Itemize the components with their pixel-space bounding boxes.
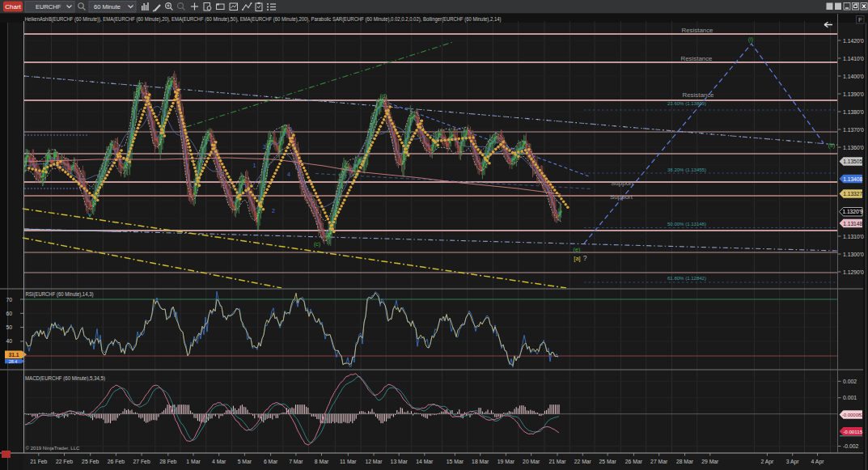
svg-text:60: 60 xyxy=(6,311,12,316)
svg-text:12 Mar: 12 Mar xyxy=(365,459,383,464)
svg-text:38.20% (1.13455): 38.20% (1.13455) xyxy=(667,167,706,172)
svg-text:29 Mar: 29 Mar xyxy=(701,459,719,464)
svg-text:Resistance: Resistance xyxy=(682,27,713,34)
svg-text:4: 4 xyxy=(287,171,290,177)
svg-text:1 Mar: 1 Mar xyxy=(186,459,201,464)
svg-text:1.1310'0: 1.1310'0 xyxy=(843,234,864,239)
svg-text:2: 2 xyxy=(272,208,275,214)
svg-text:1.1300'0: 1.1300'0 xyxy=(843,252,864,257)
svg-text:?: ? xyxy=(583,254,587,262)
svg-text:28.4: 28.4 xyxy=(9,359,18,364)
svg-text:Support: Support xyxy=(610,193,633,201)
svg-text:70: 70 xyxy=(6,297,12,303)
svg-text:27 Feb: 27 Feb xyxy=(133,459,150,464)
svg-text:© 2019 NinjaTrader, LLC: © 2019 NinjaTrader, LLC xyxy=(26,445,81,451)
svg-text:4 Apr: 4 Apr xyxy=(811,459,825,465)
svg-text:8 Mar: 8 Mar xyxy=(315,459,329,464)
svg-text:4 Mar: 4 Mar xyxy=(212,459,227,464)
svg-text:40: 40 xyxy=(6,338,12,344)
svg-text:(ii): (ii) xyxy=(828,142,836,149)
svg-text:60 Minute: 60 Minute xyxy=(94,3,121,11)
svg-text:1.13148: 1.13148 xyxy=(843,221,862,227)
svg-text:(i): (i) xyxy=(748,36,754,43)
svg-text:Resistance: Resistance xyxy=(681,55,713,62)
svg-text:1.13327: 1.13327 xyxy=(843,191,862,197)
svg-text:25 Mar: 25 Mar xyxy=(599,459,617,464)
svg-text:0.002: 0.002 xyxy=(843,379,857,384)
svg-text:26 Mar: 26 Mar xyxy=(625,459,643,464)
svg-text:HeikenAshi8(EURCHF (60 Minute): HeikenAshi8(EURCHF (60 Minute)), EMA(EUR… xyxy=(25,16,502,23)
svg-text:RSI(EURCHF (60 Minute),14,3): RSI(EURCHF (60 Minute),14,3) xyxy=(26,291,94,298)
svg-text:1.1370'0: 1.1370'0 xyxy=(843,127,864,133)
svg-text:1.13505: 1.13505 xyxy=(843,159,862,164)
svg-text:1.1390'0: 1.1390'0 xyxy=(843,91,864,97)
svg-text:28 Feb: 28 Feb xyxy=(159,459,176,464)
svg-text:15 Mar: 15 Mar xyxy=(447,459,464,464)
svg-text:(c): (c) xyxy=(314,240,321,248)
svg-text:6 Mar: 6 Mar xyxy=(264,459,278,464)
svg-text:1.1400'0: 1.1400'0 xyxy=(843,74,864,79)
svg-text:v: v xyxy=(88,211,91,218)
svg-text:18 Mar: 18 Mar xyxy=(472,459,489,464)
svg-text:50: 50 xyxy=(6,324,12,330)
svg-text:50.00% (1.13148): 50.00% (1.13148) xyxy=(667,221,706,227)
svg-text:Support: Support xyxy=(611,180,633,187)
svg-text:Resistance: Resistance xyxy=(683,91,714,99)
svg-text:20 Mar: 20 Mar xyxy=(523,459,540,464)
svg-text:2 Apr: 2 Apr xyxy=(760,459,774,465)
svg-text:23.60% (1.13809): 23.60% (1.13809) xyxy=(667,100,706,106)
svg-text:-0.00115: -0.00115 xyxy=(843,429,863,434)
svg-text:5 Mar: 5 Mar xyxy=(238,459,252,464)
svg-text:-0.002: -0.002 xyxy=(843,443,858,449)
svg-text:1.1420'0: 1.1420'0 xyxy=(843,38,864,44)
svg-text:28 Mar: 28 Mar xyxy=(676,459,694,464)
svg-text:1.1290'0: 1.1290'0 xyxy=(843,269,864,275)
svg-text:0.001: 0.001 xyxy=(843,395,857,400)
svg-text:26 Feb: 26 Feb xyxy=(108,459,125,464)
svg-text:(d): (d) xyxy=(379,92,387,100)
svg-text:1.1360'0: 1.1360'0 xyxy=(843,145,864,150)
svg-text:EURCHF: EURCHF xyxy=(36,3,61,11)
svg-text:31.1: 31.1 xyxy=(8,352,19,358)
svg-text:22 Mar: 22 Mar xyxy=(574,459,592,464)
svg-text:1.1320'9: 1.1320'9 xyxy=(842,209,862,214)
svg-text:3: 3 xyxy=(263,144,266,150)
svg-text:-0.000082: -0.000082 xyxy=(842,413,865,417)
svg-text:22 Feb: 22 Feb xyxy=(56,459,73,464)
svg-text:3 Apr: 3 Apr xyxy=(786,459,800,465)
svg-text:7 Mar: 7 Mar xyxy=(289,459,303,464)
svg-text:27 Mar: 27 Mar xyxy=(650,459,668,464)
svg-text:1: 1 xyxy=(253,163,256,168)
svg-text:13 Mar: 13 Mar xyxy=(391,459,409,464)
svg-text:1.13408: 1.13408 xyxy=(843,176,862,182)
svg-text:Chart: Chart xyxy=(5,3,21,11)
svg-text:21 Feb: 21 Feb xyxy=(30,459,47,464)
svg-text:21 Mar: 21 Mar xyxy=(548,459,566,464)
svg-text:1.1410'0: 1.1410'0 xyxy=(843,56,864,61)
svg-text:11 Mar: 11 Mar xyxy=(340,459,357,464)
svg-text:14 Mar: 14 Mar xyxy=(416,459,434,464)
svg-text:[a]: [a] xyxy=(574,255,580,262)
svg-text:1.1380'0: 1.1380'0 xyxy=(843,109,864,115)
svg-text:19 Mar: 19 Mar xyxy=(498,459,515,464)
svg-text:61.80% (1.12842): 61.80% (1.12842) xyxy=(667,275,706,281)
svg-text:25 Feb: 25 Feb xyxy=(82,459,99,464)
svg-text:5: 5 xyxy=(289,126,292,132)
svg-text:F: F xyxy=(858,16,862,23)
svg-text:(e): (e) xyxy=(573,246,581,253)
